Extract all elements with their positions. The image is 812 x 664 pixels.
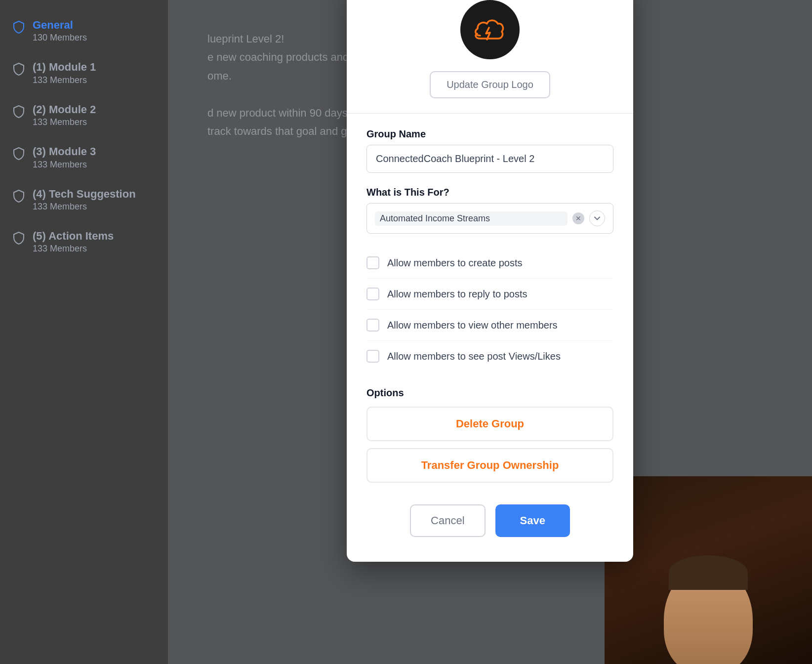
group-logo-image: [470, 10, 510, 49]
modal-divider: [347, 113, 633, 114]
sidebar-item-name: (2) Module 2: [33, 103, 96, 116]
sidebar-item-count: 133 Members: [33, 75, 96, 85]
checkbox-1[interactable]: [366, 288, 379, 300]
checkbox-2[interactable]: [366, 319, 379, 332]
transfer-ownership-button[interactable]: Transfer Group Ownership: [366, 448, 613, 483]
sidebar-item-name: (4) Tech Suggestion: [33, 188, 136, 201]
checkbox-3[interactable]: [366, 350, 379, 363]
sidebar-item-4[interactable]: (4) Tech Suggestion 133 Members: [0, 179, 168, 221]
shield-icon: [12, 189, 26, 203]
checkbox-label-0: Allow members to create posts: [387, 257, 522, 269]
options-label: Options: [366, 387, 613, 399]
sidebar-item-1[interactable]: (1) Module 1 133 Members: [0, 52, 168, 94]
cancel-button[interactable]: Cancel: [410, 504, 485, 537]
what-for-field: What is This For? Automated Income Strea…: [366, 187, 613, 234]
sidebar-item-name: General: [33, 19, 87, 32]
checkbox-label-2: Allow members to view other members: [387, 320, 558, 331]
what-for-select[interactable]: Automated Income Streams ✕: [366, 203, 613, 234]
save-button[interactable]: Save: [495, 504, 570, 537]
shield-icon: [12, 146, 26, 160]
checkbox-0[interactable]: [366, 256, 379, 269]
selected-tag: Automated Income Streams: [375, 211, 568, 226]
sidebar-item-count: 133 Members: [33, 202, 136, 212]
modal-backdrop: Update Group Logo Group Name What is Thi…: [168, 0, 812, 664]
modal: Update Group Logo Group Name What is Thi…: [347, 0, 633, 562]
checkbox-label-3: Allow members to see post Views/Likes: [387, 351, 561, 362]
shield-icon: [12, 231, 26, 245]
checkbox-item-1: Allow members to reply to posts: [366, 279, 613, 310]
selected-tag-text: Automated Income Streams: [380, 213, 490, 224]
sidebar-item-name: (5) Action Items: [33, 230, 114, 243]
sidebar-item-2[interactable]: (2) Module 2 133 Members: [0, 94, 168, 136]
select-clear-button[interactable]: ✕: [572, 212, 584, 224]
sidebar-item-3[interactable]: (3) Module 3 133 Members: [0, 136, 168, 178]
delete-group-button[interactable]: Delete Group: [366, 407, 613, 441]
sidebar-item-count: 130 Members: [33, 33, 87, 43]
permissions-checkboxes: Allow members to create posts Allow memb…: [366, 248, 613, 372]
options-section: Options Delete Group Transfer Group Owne…: [347, 387, 633, 490]
checkbox-item-2: Allow members to view other members: [366, 310, 613, 341]
main-content: lueprint Level 2! e new coaching product…: [168, 0, 812, 664]
modal-body: Group Name What is This For? Automated I…: [347, 128, 633, 372]
checkbox-label-1: Allow members to reply to posts: [387, 289, 527, 300]
sidebar-item-count: 133 Members: [33, 160, 96, 170]
shield-icon: [12, 62, 26, 76]
sidebar-item-5[interactable]: (5) Action Items 133 Members: [0, 221, 168, 263]
sidebar: General 130 Members (1) Module 1 133 Mem…: [0, 0, 168, 664]
sidebar-item-count: 133 Members: [33, 244, 114, 254]
what-for-label: What is This For?: [366, 187, 613, 198]
select-chevron-icon[interactable]: [589, 210, 605, 226]
sidebar-item-count: 133 Members: [33, 117, 96, 127]
group-name-input[interactable]: [366, 145, 613, 173]
modal-footer: Cancel Save: [347, 490, 633, 537]
group-name-field: Group Name: [366, 128, 613, 173]
checkbox-item-0: Allow members to create posts: [366, 248, 613, 279]
sidebar-item-0[interactable]: General 130 Members: [0, 10, 168, 52]
checkbox-item-3: Allow members to see post Views/Likes: [366, 341, 613, 372]
modal-logo-section: Update Group Logo: [347, 0, 633, 113]
shield-icon: [12, 104, 26, 118]
sidebar-item-name: (3) Module 3: [33, 145, 96, 158]
update-logo-button[interactable]: Update Group Logo: [430, 71, 550, 98]
group-name-label: Group Name: [366, 128, 613, 140]
sidebar-item-name: (1) Module 1: [33, 61, 96, 74]
group-logo: [460, 0, 520, 59]
shield-icon: [12, 20, 26, 34]
